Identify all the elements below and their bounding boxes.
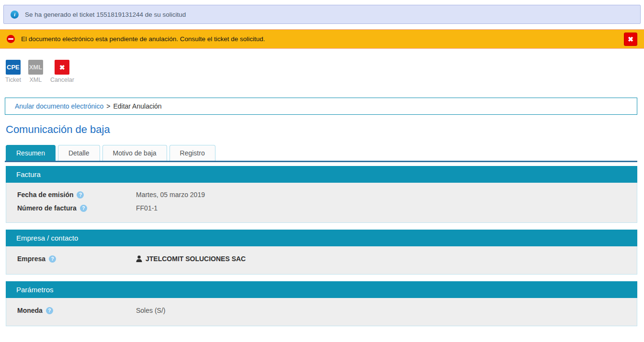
row-label: Fecha de emisión ? — [17, 191, 136, 199]
cancel-button[interactable]: ✖ Cancelar — [50, 60, 74, 83]
row-label: Moneda ? — [17, 307, 136, 314]
breadcrumb-current: Editar Anulación — [113, 102, 161, 110]
row-fecha-de-emision: Fecha de emisión ? Martes, 05 marzo 2019 — [6, 188, 637, 201]
moneda-label: Moneda — [17, 307, 43, 314]
numero-de-factura-label: Número de factura — [17, 204, 77, 212]
row-numero-de-factura: Número de factura ? FF01-1 — [6, 201, 637, 215]
tab-bar: Resumen Detalle Motivo de baja Registro — [5, 145, 637, 162]
cancel-button-label: Cancelar — [50, 77, 74, 83]
breadcrumb-separator: > — [106, 102, 110, 110]
moneda-value: Soles (S/) — [136, 307, 165, 314]
tab-resumen[interactable]: Resumen — [6, 145, 56, 161]
breadcrumb-link-anular[interactable]: Anular documento electrónico — [15, 102, 103, 110]
empresa-name: JTELCOMIT SOLUCIONES SAC — [146, 255, 246, 263]
breadcrumb: Anular documento electrónico>Editar Anul… — [5, 98, 637, 115]
toolbar: CPE Ticket XML XML ✖ Cancelar — [5, 60, 644, 83]
page-title: Comunicación de baja — [6, 123, 639, 136]
tab-motivo-de-baja[interactable]: Motivo de baja — [102, 145, 167, 161]
row-empresa: Empresa ? JTELCOMIT SOLUCIONES SAC — [6, 252, 637, 265]
section-empresa-body: Empresa ? JTELCOMIT SOLUCIONES SAC — [6, 246, 637, 275]
info-alert: i Se ha generado el ticket 1551819131244… — [3, 5, 641, 24]
warning-alert-text: El documento electrónico esta pendiente … — [21, 35, 265, 43]
xml-icon: XML — [28, 60, 43, 75]
tab-registro[interactable]: Registro — [169, 145, 215, 161]
section-empresa-header: Empresa / contacto — [6, 230, 637, 246]
person-icon — [136, 255, 142, 262]
warning-alert: El documento electrónico esta pendiente … — [0, 29, 644, 49]
cpe-ticket-icon: CPE — [6, 60, 21, 75]
ticket-button-label: Ticket — [5, 77, 21, 83]
row-label: Número de factura ? — [17, 204, 136, 212]
ticket-button[interactable]: CPE Ticket — [5, 60, 21, 83]
no-entry-icon — [7, 35, 15, 43]
section-factura-header: Factura — [6, 166, 637, 183]
empresa-value: JTELCOMIT SOLUCIONES SAC — [136, 255, 246, 263]
info-icon: i — [11, 11, 19, 19]
fecha-de-emision-label: Fecha de emisión — [17, 191, 73, 199]
xml-button-label: XML — [30, 77, 42, 83]
xml-button[interactable]: XML XML — [28, 60, 43, 83]
section-factura: Factura Fecha de emisión ? Martes, 05 ma… — [6, 166, 637, 223]
tab-detalle[interactable]: Detalle — [58, 145, 100, 161]
section-factura-body: Fecha de emisión ? Martes, 05 marzo 2019… — [6, 183, 637, 223]
section-parametros-body: Moneda ? Soles (S/) — [6, 298, 637, 326]
cancel-icon: ✖ — [55, 60, 69, 75]
help-icon[interactable]: ? — [46, 307, 53, 314]
section-empresa-contacto: Empresa / contacto Empresa ? JTELCOMIT S… — [6, 230, 637, 275]
help-icon[interactable]: ? — [80, 205, 87, 212]
help-icon[interactable]: ? — [49, 255, 56, 263]
fecha-de-emision-value: Martes, 05 marzo 2019 — [136, 191, 205, 199]
section-parametros-header: Parámetros — [6, 281, 637, 298]
numero-de-factura-value: FF01-1 — [136, 204, 158, 212]
row-label: Empresa ? — [17, 255, 136, 263]
empresa-label: Empresa — [17, 255, 45, 263]
info-alert-text: Se ha generado el ticket 1551819131244 d… — [25, 11, 186, 18]
section-parametros: Parámetros Moneda ? Soles (S/) — [6, 281, 637, 326]
close-icon[interactable]: ✖ — [624, 33, 637, 46]
help-icon[interactable]: ? — [77, 191, 84, 199]
row-moneda: Moneda ? Soles (S/) — [6, 304, 637, 317]
